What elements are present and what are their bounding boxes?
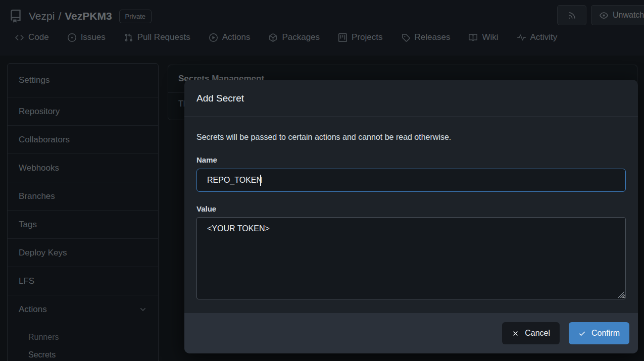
check-icon	[578, 330, 586, 337]
add-secret-modal: Add Secret Secrets will be passed to cer…	[184, 80, 638, 353]
modal-footer: Cancel Confirm	[184, 313, 638, 353]
text-caret	[260, 175, 261, 186]
close-icon	[512, 330, 519, 337]
modal-body: Secrets will be passed to certain action…	[184, 117, 638, 313]
confirm-label: Confirm	[591, 329, 620, 338]
secret-description: Secrets will be passed to certain action…	[196, 133, 626, 142]
modal-title: Add Secret	[196, 93, 244, 104]
cancel-label: Cancel	[525, 329, 550, 338]
name-input-wrap	[196, 169, 626, 192]
modal-header: Add Secret	[184, 80, 638, 117]
name-field-label: Name	[196, 156, 626, 164]
confirm-button[interactable]: Confirm	[569, 322, 629, 344]
value-field-label: Value	[196, 204, 626, 213]
cancel-button[interactable]: Cancel	[502, 322, 560, 344]
value-textarea-wrap: <YOUR TOKEN>	[196, 217, 626, 301]
secret-value-textarea[interactable]: <YOUR TOKEN>	[196, 217, 626, 299]
